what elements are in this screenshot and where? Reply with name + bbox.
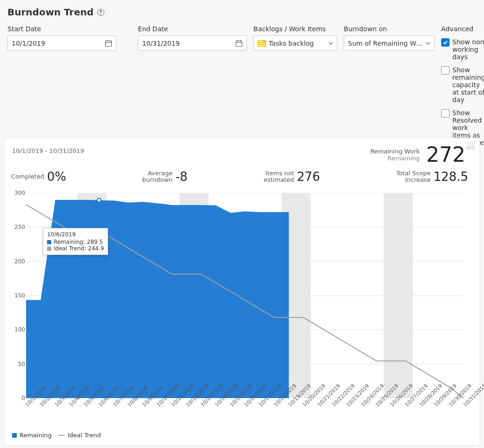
swatch-grey <box>47 247 51 251</box>
svg-rect-0 <box>106 41 112 46</box>
svg-rect-4 <box>236 41 242 46</box>
checkbox-show-nonworking[interactable] <box>441 38 450 47</box>
chevron-down-icon <box>328 41 333 46</box>
backlogs-label: Backlogs / Work Items <box>253 25 337 33</box>
burndown-value: Sum of Remaining Work <box>348 40 426 47</box>
svg-rect-10 <box>259 43 265 44</box>
legend: Remaining Ideal Trend <box>12 432 101 439</box>
card-date-range: 10/1/2019 - 10/31/2019 <box>12 147 84 154</box>
headline-value: 272 <box>426 145 465 165</box>
swatch-blue <box>47 240 51 244</box>
burndown-label: Burndown on <box>344 25 435 33</box>
y-axis-labels: 050100150200250300 <box>12 193 25 398</box>
chart-tooltip: 10/6/2019 Remaining: 289.5 Ideal Trend: … <box>43 228 108 255</box>
headline-subtitle: Remaining <box>370 155 420 162</box>
end-date-input[interactable]: 10/31/2019 <box>138 35 247 51</box>
legend-remaining: Remaining <box>20 432 52 439</box>
legend-ideal: Ideal Trend <box>68 432 101 439</box>
burndown-card: ... 10/1/2019 - 10/31/2019 Remaining Wor… <box>5 139 479 445</box>
backlogs-value: Tasks backlog <box>269 40 328 47</box>
advanced-title: Advanced <box>441 25 484 33</box>
chart-svg <box>26 193 464 398</box>
end-date-label: End Date <box>138 25 247 33</box>
page-title: Burndown Trend <box>7 7 94 18</box>
checkbox-show-resolved[interactable] <box>441 109 450 117</box>
opt-nonworking-label: Show non-working days <box>452 38 484 61</box>
svg-rect-9 <box>259 41 262 42</box>
start-date-value: 10/1/2019 <box>12 40 45 47</box>
legend-swatch-area <box>12 433 17 438</box>
start-date-label: Start Date <box>7 25 116 33</box>
checkbox-show-capacity[interactable] <box>441 66 450 75</box>
metrics-row: Completed0%Averageburndown-8Items notest… <box>11 170 473 184</box>
headline: Remaining Work Remaining 272 <box>370 145 465 165</box>
tooltip-ideal: Ideal Trend: 244.9 <box>54 245 104 252</box>
calendar-icon <box>235 40 243 47</box>
tooltip-date: 10/6/2019 <box>47 231 104 238</box>
legend-swatch-line <box>58 435 65 436</box>
backlogs-select[interactable]: Tasks backlog <box>253 35 337 51</box>
chevron-down-icon <box>426 41 430 46</box>
opt-capacity-label: Show remaining capacity at start of day <box>452 66 484 103</box>
svg-rect-22 <box>384 193 413 398</box>
start-date-input[interactable]: 10/1/2019 <box>7 35 116 51</box>
burndown-select[interactable]: Sum of Remaining Work <box>344 35 435 51</box>
end-date-value: 10/31/2019 <box>142 40 180 47</box>
headline-title: Remaining Work <box>370 148 420 155</box>
tooltip-remaining: Remaining: 289.5 <box>54 239 103 245</box>
help-icon[interactable]: ? <box>97 9 104 16</box>
card-more-button[interactable]: ... <box>465 142 476 150</box>
svg-rect-11 <box>259 45 265 46</box>
chart[interactable]: 050100150200250300 10/1/201910/2/201910/… <box>26 193 464 398</box>
backlog-icon <box>258 40 266 47</box>
calendar-icon <box>105 40 112 47</box>
svg-point-23 <box>97 198 101 202</box>
